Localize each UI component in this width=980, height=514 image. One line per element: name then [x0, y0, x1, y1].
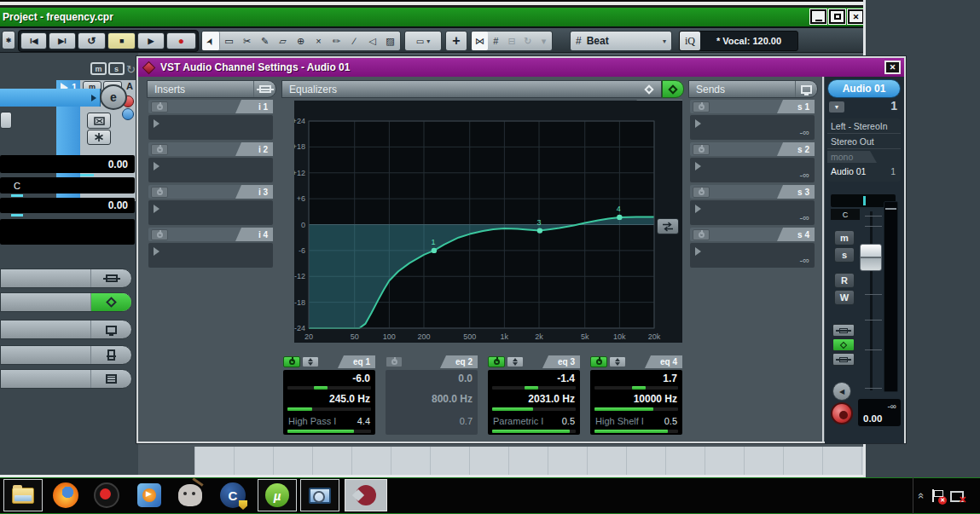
stop-button[interactable]: ■ — [107, 32, 136, 49]
inserts-bypass-button[interactable] — [832, 324, 855, 337]
global-mute-indicator[interactable]: m — [90, 62, 107, 75]
eq-active-button[interactable] — [662, 80, 684, 98]
channel-solo-button[interactable]: s — [834, 247, 855, 263]
eq-power-button[interactable] — [283, 356, 300, 367]
eq-invert-button[interactable] — [302, 356, 319, 367]
mute-automation-button[interactable] — [87, 113, 111, 129]
volume-slider[interactable] — [80, 174, 94, 176]
snap-dropdown-icon[interactable]: ▾ — [536, 36, 552, 47]
taskbar-recorder-button[interactable] — [90, 479, 123, 511]
insert-slot[interactable] — [148, 115, 273, 140]
edit-channel-button[interactable]: e — [100, 84, 127, 110]
track-name-field[interactable] — [0, 89, 101, 107]
eq-diamond-outline-icon[interactable] — [644, 84, 653, 94]
dialog-close-button[interactable]: ✕ — [884, 61, 901, 74]
monitor-icon[interactable] — [122, 108, 134, 120]
eq-bypass-button[interactable] — [832, 338, 855, 351]
eq-gain-value[interactable]: -1.4 — [557, 373, 575, 384]
send-level[interactable]: -∞ — [799, 127, 809, 137]
inspector-tab-inserts[interactable] — [0, 269, 132, 288]
volume-field[interactable]: 0.00 — [0, 155, 135, 173]
eq-gain-slider[interactable] — [492, 386, 576, 390]
power-button[interactable] — [151, 229, 168, 240]
send-slot[interactable]: -∞ — [690, 158, 815, 182]
eq-freq-value[interactable]: 2031.0 Hz — [528, 393, 575, 405]
pan-field[interactable]: C — [0, 177, 135, 193]
eq-curve-graph[interactable]: 20501002005001k2k5k10k20k+24+18+12+60-6-… — [294, 101, 682, 343]
eq-invert-button[interactable] — [507, 356, 524, 367]
equalizers-panel-header[interactable]: Equalizers — [281, 80, 662, 98]
refresh-icon[interactable]: ↻ — [126, 63, 136, 76]
inspector-tab-sends[interactable] — [0, 320, 132, 339]
write-automation-button[interactable]: W — [834, 290, 855, 305]
delay-field[interactable]: 0.00 — [0, 198, 135, 213]
record-button[interactable]: ● — [166, 32, 196, 49]
eq-power-button[interactable] — [590, 356, 607, 367]
object-selection-tool[interactable]: ➤ — [202, 32, 220, 50]
listen-button[interactable]: ◀ — [832, 382, 851, 401]
inspector-tab-channel[interactable] — [0, 345, 132, 365]
partial-button[interactable] — [0, 112, 12, 129]
taskbar-gimp-button[interactable] — [174, 479, 206, 511]
glue-tool[interactable]: ✎ — [256, 32, 274, 50]
inserts-bypass-button[interactable] — [253, 81, 275, 97]
send-level[interactable]: -∞ — [799, 212, 809, 222]
zoom-tool[interactable]: ⊕ — [292, 32, 310, 50]
grid-type-icon[interactable]: ↻ — [519, 36, 536, 47]
taskbar-cubase-button[interactable] — [345, 479, 387, 511]
inspector-tab-notepad[interactable] — [0, 369, 132, 389]
play-tool[interactable]: ◁ — [363, 32, 381, 50]
autoscroll-button[interactable]: ⋈ — [472, 32, 488, 50]
power-button[interactable] — [151, 187, 168, 198]
eq-freq-slider[interactable] — [492, 407, 576, 411]
taskbar-mediaplayer-button[interactable] — [133, 479, 165, 511]
eq-freq-value[interactable]: 245.0 Hz — [329, 393, 370, 405]
timeline-grid[interactable] — [194, 447, 863, 475]
eq-q-slider[interactable] — [492, 430, 576, 433]
tray-expand-icon[interactable]: « — [915, 493, 928, 499]
eq-q-value[interactable]: 0.5 — [562, 416, 575, 426]
sends-monitor-button[interactable] — [795, 81, 817, 97]
inspector-tab-equalizers[interactable] — [0, 292, 132, 312]
taskbar-firefox-button[interactable] — [49, 479, 82, 511]
eq-q-value[interactable]: 0.7 — [460, 416, 473, 426]
eq-gain-value[interactable]: 1.7 — [663, 373, 677, 384]
quantize-display[interactable]: iQ * Vocal: 120.00 — [679, 31, 798, 51]
go-to-end-button[interactable]: ▶I — [49, 32, 75, 49]
eq-power-button[interactable] — [386, 356, 403, 367]
taskbar-utorrent-button[interactable]: µ — [258, 479, 297, 511]
send-slot[interactable]: -∞ — [690, 200, 815, 225]
split-tool[interactable]: ✂ — [238, 32, 256, 50]
delay-slider[interactable] — [11, 214, 23, 217]
sends-panel-header[interactable]: Sends — [688, 80, 818, 98]
record-arm-button[interactable] — [831, 402, 853, 424]
action-center-icon[interactable]: ✕ — [931, 489, 943, 503]
power-button[interactable] — [693, 144, 710, 155]
eq-gain-slider[interactable] — [594, 386, 678, 390]
insert-slot[interactable] — [148, 158, 273, 182]
input-routing[interactable]: Left - StereoIn — [827, 118, 901, 134]
output-routing[interactable]: Stereo Out — [827, 134, 901, 149]
pan-value[interactable]: C — [831, 209, 860, 220]
fader-track[interactable] — [870, 211, 873, 390]
color-tool[interactable]: ▨ — [381, 32, 399, 50]
cycle-button[interactable]: ↺ — [78, 32, 106, 49]
eq-gain-value[interactable]: 0.0 — [458, 373, 473, 384]
go-to-start-button[interactable]: I◀ — [20, 32, 47, 49]
draw-tool[interactable]: ✏ — [328, 32, 345, 50]
eq-q-value[interactable]: 4.4 — [357, 416, 370, 426]
range-selection-tool[interactable]: ▭ — [220, 32, 238, 50]
power-button[interactable] — [693, 187, 710, 198]
global-solo-indicator[interactable]: s — [108, 62, 125, 75]
volume-fader-handle[interactable] — [860, 244, 882, 271]
eq-invert-button[interactable] — [609, 356, 626, 367]
eq-freq-value[interactable]: 800.0 Hz — [432, 393, 473, 405]
eq-type-select[interactable]: High Shelf I — [595, 416, 644, 426]
power-button[interactable] — [151, 144, 168, 155]
eq-type-select[interactable]: Parametric I — [493, 416, 543, 426]
iq-badge[interactable]: iQ — [680, 32, 700, 50]
power-button[interactable] — [693, 229, 710, 240]
send-slot[interactable]: -∞ — [690, 115, 815, 140]
close-button[interactable]: ✕ — [848, 9, 864, 24]
maximize-button[interactable] — [829, 9, 845, 24]
